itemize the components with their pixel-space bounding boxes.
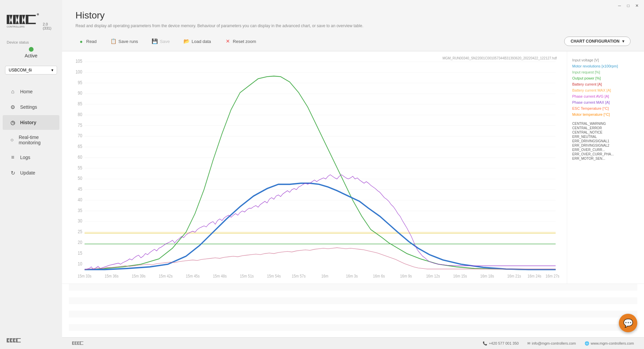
svg-text:10: 10	[78, 261, 82, 266]
svg-point-12	[37, 13, 39, 15]
legend-item-phase-max[interactable]: Phase current MAX [A]	[572, 100, 639, 104]
svg-marker-4	[16, 15, 19, 20]
svg-text:16m: 16m	[321, 273, 328, 278]
main-chart: MGM_RUN00340_SN22001C001057344B31393620_…	[62, 51, 567, 284]
svg-marker-19	[11, 340, 12, 342]
error-central-error: CENTRAL_ERROR	[572, 126, 639, 130]
svg-rect-85	[69, 284, 637, 291]
sidebar-item-history-label: History	[20, 120, 36, 125]
svg-marker-5	[16, 20, 19, 24]
chart-svg[interactable]: 105 100 95 90 85 80 75 70 65 60 55 50 45…	[69, 56, 560, 280]
save-button[interactable]: 💾 Save	[149, 37, 173, 46]
reset-zoom-button[interactable]: ✕ Reset zoom	[222, 37, 259, 46]
read-icon: ●	[78, 38, 84, 44]
sidebar-item-settings-label: Settings	[20, 104, 37, 110]
sidebar: CONTROLLERS 2.0 (331) Device status Acti…	[0, 0, 62, 349]
svg-text:16m 3s: 16m 3s	[346, 273, 358, 278]
legend-item-output-power[interactable]: Output power [%]	[572, 76, 639, 80]
load-data-button[interactable]: 📂 Load data	[181, 37, 214, 46]
footer-website: 🌐 www.mgm-controllers.com	[585, 341, 634, 346]
status-dot	[29, 47, 34, 52]
sidebar-item-update-label: Update	[20, 170, 35, 176]
save-runs-icon: 📋	[110, 38, 116, 44]
sidebar-item-logs[interactable]: ≡ Logs	[3, 150, 59, 165]
svg-rect-3	[13, 15, 16, 24]
legend-item-motor-rev[interactable]: Motor revolutions [x100rpm]	[572, 64, 639, 68]
legend-item-battery-max[interactable]: Battery current MAX [A]	[572, 88, 639, 92]
svg-rect-91	[69, 324, 637, 331]
close-button[interactable]: ✕	[634, 3, 640, 9]
error-driving1: ERR_DRIVINGSIGNAL1	[572, 139, 639, 143]
svg-rect-10	[26, 15, 36, 16]
error-motor-sen: ERR_MOTOR_SEN...	[572, 156, 639, 161]
svg-text:15m 51s: 15m 51s	[240, 273, 254, 278]
svg-text:15m 45s: 15m 45s	[186, 273, 200, 278]
svg-text:15m 36s: 15m 36s	[105, 273, 118, 278]
svg-marker-97	[76, 341, 77, 343]
svg-text:75: 75	[78, 122, 82, 128]
svg-text:16m 6s: 16m 6s	[373, 273, 385, 278]
svg-text:15: 15	[78, 250, 82, 256]
svg-rect-103	[80, 341, 84, 342]
version-badge: 2.0 (331)	[43, 22, 55, 30]
svg-text:95: 95	[78, 80, 82, 85]
svg-text:100: 100	[75, 69, 82, 74]
device-status-label: Device status	[7, 40, 55, 44]
svg-text:15m 42s: 15m 42s	[159, 273, 172, 278]
window-chrome: ─ □ ✕	[612, 0, 644, 11]
svg-rect-92	[69, 331, 637, 337]
svg-marker-101	[78, 343, 79, 345]
save-runs-button[interactable]: 📋 Save runs	[108, 37, 141, 46]
chat-widget[interactable]: 💬	[619, 314, 637, 332]
legend-item-input-request[interactable]: Input request [%]	[572, 70, 639, 74]
device-selector[interactable]: USBCOM_6i ▾	[5, 66, 57, 74]
footer-phone: 📞 +420 577 001 350	[483, 341, 519, 346]
svg-text:40: 40	[78, 197, 82, 202]
svg-text:16m 9s: 16m 9s	[400, 273, 412, 278]
legend-item-input-voltage[interactable]: Input voltage [V]	[572, 58, 639, 62]
load-icon: 📂	[183, 38, 190, 44]
svg-marker-94	[73, 341, 74, 343]
chart-config-button[interactable]: CHART CONFIGURATION ▾	[564, 37, 631, 46]
sidebar-item-home-label: Home	[20, 89, 33, 94]
bottom-chart	[62, 284, 644, 337]
svg-text:50: 50	[78, 176, 82, 181]
sidebar-item-update[interactable]: ↻ Update	[3, 165, 59, 180]
sidebar-item-history[interactable]: ◷ History	[3, 115, 59, 130]
svg-text:16m 18s: 16m 18s	[480, 273, 494, 278]
svg-text:15m 48s: 15m 48s	[213, 273, 227, 278]
legend-item-motor-temp[interactable]: Motor temperature [°C]	[572, 112, 639, 116]
svg-rect-11	[26, 23, 36, 24]
email-icon: ✉	[527, 341, 530, 346]
svg-rect-25	[16, 342, 21, 343]
legend-item-esc-temp[interactable]: ESC Temperature [°C]	[572, 106, 639, 110]
sidebar-item-home[interactable]: ⌂ Home	[3, 84, 59, 99]
status-text: Active	[24, 53, 37, 58]
chat-icon: 💬	[623, 318, 633, 328]
minimize-button[interactable]: ─	[616, 3, 623, 9]
svg-marker-15	[8, 338, 9, 340]
svg-rect-90	[69, 317, 637, 324]
sidebar-item-settings[interactable]: ⚙ Settings	[3, 100, 59, 114]
svg-marker-22	[14, 340, 16, 342]
maximize-button[interactable]: □	[625, 3, 631, 9]
main-content: History Read and display all operating p…	[62, 0, 644, 349]
main-header: History Read and display all operating p…	[62, 0, 644, 33]
phone-icon: 📞	[483, 341, 487, 346]
sidebar-item-realtime[interactable]: ○ Real-time monitoring	[3, 131, 59, 149]
nav-menu: ⌂ Home ⚙ Settings ◷ History ○ Real-time …	[0, 84, 62, 333]
legend-item-phase-avg[interactable]: Phase current AVG [A]	[572, 94, 639, 98]
svg-rect-99	[77, 341, 78, 345]
svg-text:60: 60	[78, 154, 82, 160]
svg-text:55: 55	[78, 165, 82, 170]
svg-rect-0	[7, 15, 9, 24]
reset-zoom-icon: ✕	[225, 38, 231, 44]
device-status-section: Device status Active	[0, 37, 62, 62]
read-button[interactable]: ● Read	[75, 37, 99, 46]
error-central-warning: CENTRAL_WARNING	[572, 121, 639, 126]
svg-rect-20	[13, 338, 14, 343]
legend-item-battery-current[interactable]: Battery current [A]	[572, 82, 639, 86]
svg-rect-17	[10, 338, 11, 343]
error-driving2: ERR_DRIVINGSIGNAL2	[572, 143, 639, 148]
footer-bar-logo	[72, 341, 86, 346]
